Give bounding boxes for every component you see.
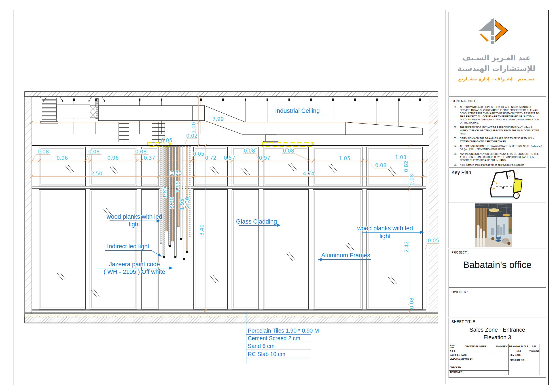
designed-drawn-by-label: DESGIN& DRAWN BY: <box>449 357 509 366</box>
note-text: DIMENSIONS ON THE DRAWINGS ARE NOT TO BE… <box>460 137 542 143</box>
dim-label: 3.40 <box>199 224 204 236</box>
dim-label: 0.57 <box>224 155 235 161</box>
dim-label: 7.99 <box>212 116 224 122</box>
dim-label: 0.05 <box>193 151 204 157</box>
project-label: PROJECT : <box>452 251 469 254</box>
hvac-equipment <box>39 96 423 143</box>
drawing-number-value <box>456 349 495 353</box>
note-item: 01.ALL DRAWINGS AND COPIES THEREOF ARE I… <box>454 106 542 124</box>
dim-label: 2.50 <box>91 171 102 177</box>
jazeera-paint-label: ( WH - 2105 ) Off white <box>103 269 165 275</box>
dim-label: 0.70 <box>170 170 182 176</box>
dim-label: 4.74 <box>303 171 314 177</box>
company-tagline-arabic: تصـميم - إشـراف - إدارة مشـاريع <box>449 76 544 82</box>
sn-header: S.N. <box>529 344 540 349</box>
note-text: ALL DRAWINGS AND COPIES THEREOF ARE INST… <box>460 106 542 124</box>
wood-planks-label: wood planks with led <box>357 225 413 232</box>
note-item: 03.DIMENSIONS ON THE DRAWINGS ARE NOT TO… <box>454 137 542 143</box>
company-name-arabic: عبد العـزيز السـيف <box>449 53 544 62</box>
note-number: 04. <box>454 145 460 151</box>
sheet-title-line1: Sales Zone - Entrance <box>449 327 546 333</box>
supply-duct <box>98 106 204 121</box>
dim-label: 0.05 <box>161 137 172 143</box>
wood-planks-label: wood planks with led <box>106 213 162 220</box>
dim-label: 2.30 <box>184 197 190 208</box>
floor-layer-label: Porcelain Tiles 1.90 * 0.90 M <box>248 328 319 334</box>
dim-label: 0.82 <box>403 161 409 172</box>
project-box: PROJECT : Babatain's office <box>449 249 546 288</box>
owner-label: OWENER : <box>452 290 468 294</box>
general-note-list: 01.ALL DRAWINGS AND COPIES THEREOF ARE I… <box>454 106 542 168</box>
approved-label: APPROVED : <box>449 370 509 375</box>
glass-cladding-label: Glass Cladding <box>236 218 277 225</box>
dim-label: 0.02 <box>186 133 197 139</box>
dim-label: 2.42 <box>404 241 409 252</box>
dim-label: 0.05 <box>428 238 439 243</box>
dim-label: 0.72 <box>205 155 216 161</box>
floor-layer-label: Cement Screed 2 cm <box>248 335 300 341</box>
drawing-number-header: DRAWING NUMBER <box>456 344 495 349</box>
ceiling-slab <box>25 92 438 97</box>
note-number: 05. <box>454 153 460 162</box>
note-number: 03. <box>454 137 460 143</box>
aluminum-frames-label: Aluminum Frames <box>321 252 370 259</box>
drawing-sheet: 7.99 1.00 0.02 0.05 0.08 0.96 0.08 0.96 … <box>0 0 555 392</box>
dim-label: 0.08 <box>37 149 49 155</box>
jazeera-paint-label: Jazeera paint code <box>109 261 160 268</box>
note-text: THESE DRAWINGS MAY NOT BE REPRODUCED BY … <box>460 126 542 135</box>
company-logo-icon <box>477 18 511 48</box>
rc-slab <box>25 317 438 323</box>
dim-label: 1.65 <box>175 181 181 192</box>
rev-date-label: REV DATE <box>509 353 529 357</box>
note-text: Note: Kitchen shop drawings will be appr… <box>460 164 542 167</box>
note-number: 02. <box>454 126 460 135</box>
logo-box: عبد العـزيز السـيف للإستشارات الهندسية ت… <box>449 12 546 97</box>
dim-label: 0.97 <box>259 155 270 161</box>
note-item: 06.Note: Kitchen shop drawings will be a… <box>454 164 542 167</box>
drawing-scale-header: DRAWING SCALE <box>509 344 529 349</box>
owner-box: OWENER : <box>449 288 546 317</box>
general-note-title: GENERAL NOTE : <box>452 99 479 103</box>
floor <box>25 312 438 323</box>
note-number: 06. <box>454 164 460 167</box>
drawing-scale-value: 1/50 <box>509 349 529 353</box>
dim-label: 1.03 <box>395 154 406 160</box>
note-number: 01. <box>454 106 460 124</box>
project-name: Babatain's office <box>449 260 546 270</box>
industrial-ceiling-label: Industrial Ceiling <box>275 107 320 114</box>
flex-connector <box>90 106 96 118</box>
note-text: ANY INCONSISTENCY OR DISCREPANCY IS TO B… <box>460 153 542 162</box>
dim-label: 1.05 <box>339 156 350 161</box>
reference-photo-box <box>449 203 546 248</box>
project-no-label: PROJECT NO : <box>509 357 540 375</box>
dim-label: 0.37 <box>144 155 155 161</box>
dim-label: 0.96 <box>107 155 118 161</box>
dim-label: 0.08 <box>88 149 100 155</box>
dwg-size-value: A 0 <box>449 349 456 353</box>
dim-label: 0.08 <box>409 298 415 309</box>
floor-layer-label: Sand 6 cm <box>248 343 275 349</box>
indirect-led-label: Indirect led light <box>107 243 149 250</box>
sn-value: V09/02/041 <box>529 349 540 353</box>
dwg-size-header: SIZE <box>450 346 454 349</box>
sand-layer <box>25 314 438 317</box>
right-wall <box>429 97 438 317</box>
key-plan-title: Key Plan <box>452 170 471 175</box>
left-wall <box>25 97 32 317</box>
hanger-anchor-icon <box>73 99 421 101</box>
dim-label: 2.30 <box>169 197 175 208</box>
dim-label: 1.00 <box>191 122 197 133</box>
note-item: 05.ANY INCONSISTENCY OR DISCREPANCY IS T… <box>454 153 542 162</box>
dim-label: 0.08 <box>243 148 255 154</box>
dwg-rev-header: DWG REV <box>495 344 509 349</box>
rev-date-value <box>529 353 540 357</box>
note-text: ALL DIMENSIONS ON THE DRAWINGS ARE IN ME… <box>460 145 542 151</box>
cable-tray <box>119 122 129 142</box>
dwg-size-b: 0 <box>453 350 456 352</box>
wood-planks-label: light <box>129 221 140 228</box>
dim-label: 0.08 <box>283 148 294 154</box>
checked-label: CHECKED : <box>449 366 509 371</box>
interior-render-photo <box>475 203 512 247</box>
dim-label: 0.08 <box>409 174 415 185</box>
general-notes-box: GENERAL NOTE : 01.ALL DRAWINGS AND COPIE… <box>449 97 546 167</box>
